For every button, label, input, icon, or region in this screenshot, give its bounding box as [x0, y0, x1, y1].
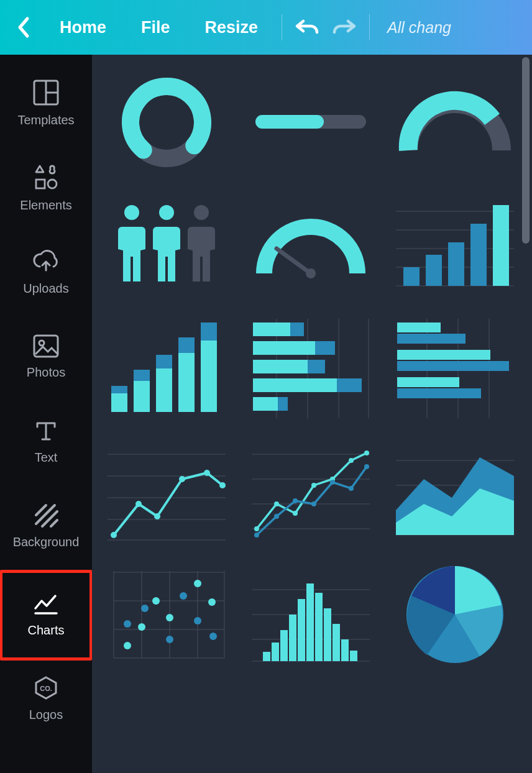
save-status: All chang — [387, 19, 451, 37]
svg-point-115 — [208, 598, 216, 606]
grouped-horizontal-bar-icon — [396, 319, 514, 418]
chart-donut-progress[interactable] — [104, 70, 229, 175]
svg-point-82 — [274, 501, 279, 506]
svg-point-75 — [204, 470, 210, 476]
svg-point-119 — [180, 592, 187, 600]
svg-rect-35 — [134, 381, 150, 412]
chart-stacked-bar[interactable] — [104, 316, 229, 421]
svg-rect-34 — [111, 386, 127, 393]
undo-button[interactable] — [288, 17, 326, 37]
svg-rect-32 — [493, 205, 509, 286]
svg-rect-56 — [278, 397, 288, 411]
svg-rect-64 — [397, 377, 459, 387]
topbar: Home File Resize All chang — [0, 0, 532, 55]
svg-rect-130 — [298, 599, 305, 661]
svg-rect-17 — [255, 115, 324, 129]
sidebar-label: Background — [13, 535, 80, 549]
sidebar: Templates Elements Uploads — [0, 55, 92, 773]
chart-grouped-horizontal-bar[interactable] — [393, 316, 517, 421]
scatter-plot-icon — [108, 565, 226, 664]
sidebar-item-elements[interactable]: Elements — [2, 147, 89, 228]
multi-line-chart-icon — [252, 442, 370, 541]
menu-file[interactable]: File — [124, 0, 188, 55]
sidebar-item-text[interactable]: Text — [2, 401, 89, 482]
svg-rect-55 — [253, 397, 278, 411]
menu-resize[interactable]: Resize — [188, 0, 276, 55]
templates-icon — [33, 80, 59, 106]
chart-area[interactable] — [393, 439, 517, 544]
svg-rect-54 — [337, 378, 362, 392]
svg-text:CO.: CO. — [40, 685, 52, 692]
svg-rect-31 — [470, 224, 487, 286]
svg-rect-36 — [134, 370, 150, 381]
svg-point-74 — [179, 476, 185, 482]
svg-rect-135 — [341, 639, 349, 661]
svg-point-116 — [124, 620, 131, 628]
svg-point-94 — [364, 464, 369, 469]
svg-rect-61 — [397, 334, 466, 344]
svg-rect-62 — [397, 350, 490, 360]
charts-panel — [92, 55, 532, 773]
sidebar-label: Elements — [20, 198, 71, 213]
sidebar-item-uploads[interactable]: Uploads — [2, 232, 89, 313]
svg-rect-5 — [34, 336, 58, 357]
svg-rect-128 — [280, 630, 288, 661]
chart-line[interactable] — [104, 439, 229, 544]
sidebar-item-background[interactable]: Background — [2, 485, 89, 566]
chart-histogram[interactable] — [249, 562, 373, 667]
svg-point-84 — [311, 483, 316, 488]
svg-rect-50 — [315, 341, 335, 355]
svg-rect-37 — [156, 368, 172, 412]
svg-point-112 — [152, 597, 160, 605]
chart-progress-bar[interactable] — [249, 70, 373, 175]
svg-rect-136 — [350, 651, 357, 661]
sidebar-label: Templates — [17, 113, 74, 127]
chart-pie[interactable] — [393, 562, 517, 667]
chart-gauge[interactable] — [249, 193, 373, 298]
back-button[interactable] — [5, 16, 42, 39]
svg-rect-41 — [201, 341, 217, 412]
svg-point-90 — [293, 498, 298, 503]
svg-point-118 — [166, 636, 173, 643]
chart-scatter[interactable] — [104, 562, 229, 667]
sidebar-label: Charts — [28, 623, 65, 638]
sidebar-item-logos[interactable]: CO. Logos — [2, 664, 89, 733]
svg-point-19 — [159, 205, 174, 220]
svg-rect-65 — [397, 388, 481, 398]
svg-point-93 — [349, 486, 354, 491]
sidebar-item-charts[interactable]: Charts — [2, 575, 89, 656]
sidebar-item-photos[interactable]: Photos — [2, 316, 89, 397]
svg-rect-28 — [403, 267, 420, 286]
sidebar-item-templates[interactable]: Templates — [2, 63, 89, 144]
chart-pictogram-people[interactable] — [104, 193, 229, 298]
svg-point-87 — [364, 451, 369, 455]
svg-point-117 — [141, 605, 149, 612]
chart-multi-line[interactable] — [249, 439, 373, 544]
svg-point-89 — [274, 514, 279, 519]
svg-rect-127 — [272, 643, 279, 661]
divider — [282, 14, 282, 40]
svg-rect-134 — [332, 624, 340, 661]
menu-home[interactable]: Home — [42, 0, 124, 55]
chevron-left-icon — [16, 16, 31, 39]
redo-button[interactable] — [326, 17, 363, 37]
svg-rect-129 — [289, 615, 296, 661]
sidebar-label: Text — [35, 451, 58, 465]
svg-rect-39 — [178, 353, 195, 412]
svg-rect-48 — [290, 322, 304, 336]
chart-half-donut[interactable] — [393, 70, 517, 175]
scrollbar[interactable] — [522, 57, 530, 244]
svg-rect-53 — [253, 378, 337, 392]
svg-point-76 — [219, 482, 226, 488]
highlight-charts: Charts — [0, 570, 93, 661]
svg-point-73 — [154, 513, 160, 519]
elements-icon — [32, 163, 60, 191]
gauge-icon — [252, 205, 370, 286]
half-donut-icon — [396, 82, 514, 163]
chart-bar[interactable] — [393, 193, 517, 298]
chart-horizontal-stacked-bar[interactable] — [249, 316, 373, 421]
svg-rect-51 — [253, 360, 308, 373]
svg-rect-132 — [315, 593, 323, 661]
line-chart-icon — [108, 442, 226, 541]
svg-rect-33 — [111, 393, 127, 412]
